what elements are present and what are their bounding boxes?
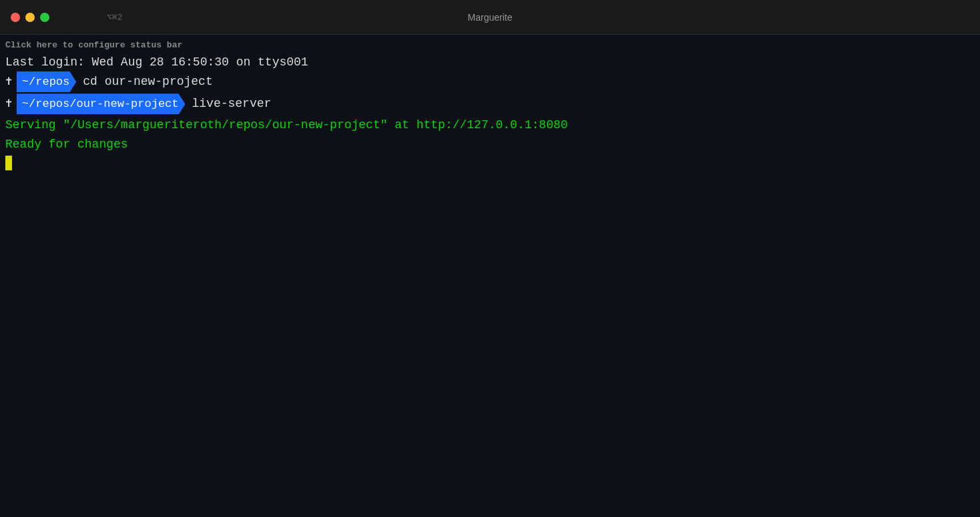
- title-bar: ⌥⌘2 Marguerite: [0, 0, 980, 35]
- maximize-button[interactable]: [40, 13, 49, 22]
- status-bar-config[interactable]: Click here to configure status bar: [0, 39, 980, 53]
- prompt-badge-1: ~/repos: [17, 71, 76, 92]
- terminal-lines: Last login: Wed Aug 28 16:50:30 on ttys0…: [0, 55, 980, 170]
- minimize-button[interactable]: [25, 13, 35, 22]
- prompt-cross-1: ✝: [5, 72, 13, 92]
- prompt-cross-2: ✝: [5, 94, 13, 114]
- keyboard-shortcut: ⌥⌘2: [107, 12, 122, 23]
- prompt-command-2: live-server: [192, 94, 271, 114]
- prompt-badge-2: ~/repos/our-new-project: [17, 94, 186, 114]
- terminal-content[interactable]: Click here to configure status bar Last …: [0, 35, 980, 517]
- prompt-line-1: ✝ ~/repos cd our-new-project: [5, 71, 975, 92]
- prompt-line-2: ✝ ~/repos/our-new-project live-server: [5, 94, 975, 114]
- ready-line: Ready for changes: [5, 135, 975, 154]
- login-line: Last login: Wed Aug 28 16:50:30 on ttys0…: [5, 55, 975, 69]
- window-title: Marguerite: [468, 12, 513, 23]
- terminal-window: ⌥⌘2 Marguerite Click here to configure s…: [0, 0, 980, 517]
- close-button[interactable]: [11, 13, 20, 22]
- terminal-cursor: [5, 156, 12, 170]
- serving-line: Serving "/Users/margueriteroth/repos/our…: [5, 116, 975, 135]
- prompt-command-1: cd our-new-project: [83, 72, 212, 92]
- window-controls: [11, 13, 49, 22]
- cursor-line: [5, 156, 975, 170]
